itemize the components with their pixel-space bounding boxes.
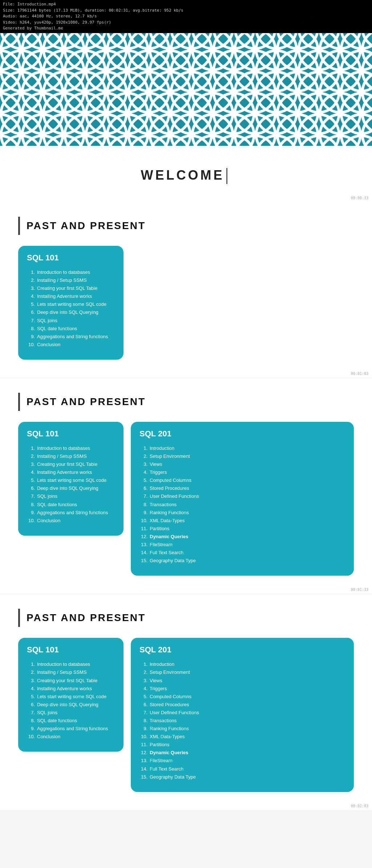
section-heading-bar-1: [18, 217, 20, 235]
section-block-2: PAST AND PRESENT SQL 101 1.Introduction …: [0, 378, 372, 594]
card-sql101-3: SQL 101 1.Introduction to databases 2.In…: [18, 638, 124, 752]
list-item: 14.Full Text Search: [140, 549, 345, 557]
list-item: 5.Lets start writing some SQL code: [27, 476, 115, 484]
card-title-sql101-2: SQL 101: [27, 429, 115, 439]
list-item: 9.Ranking Functions: [140, 725, 345, 733]
section-block-1: PAST AND PRESENT SQL 101 1.Introduction …: [0, 202, 372, 378]
card-title-sql201-2: SQL 201: [140, 645, 345, 655]
list-item: 3.Creating your first SQL Table: [27, 460, 115, 468]
list-item: 2.Installing / Setup SSMS: [27, 452, 115, 460]
list-item: 10.XML Data-Types: [140, 733, 345, 741]
list-item: 10.Conclusion: [27, 341, 115, 349]
cards-row-1: SQL 101 1.Introduction to databases 2.In…: [18, 246, 354, 360]
card-title-sql101-1: SQL 101: [27, 253, 115, 263]
list-item: 15.Geography Data Type: [140, 773, 345, 781]
section-heading-text-2: PAST AND PRESENT: [27, 396, 146, 408]
list-item: 5.Lets start writing some SQL code: [27, 300, 115, 308]
list-item: 4.Triggers: [140, 685, 345, 693]
card-title-sql101-3: SQL 101: [27, 645, 115, 655]
section-heading-text-1: PAST AND PRESENT: [27, 220, 146, 232]
section-heading-bar-2: [18, 393, 20, 411]
card-list-sql201-1: 1.Introduction 2.Setup Environment 3.Vie…: [140, 444, 345, 565]
cards-row-3: SQL 101 1.Introduction to databases 2.In…: [18, 638, 354, 792]
welcome-section: WELCOME 00:00:33: [0, 146, 372, 202]
list-item: 7.SQL joins: [27, 492, 115, 500]
section-heading-2: PAST AND PRESENT: [18, 393, 354, 411]
card-sql101-2: SQL 101 1.Introduction to databases 2.In…: [18, 422, 124, 536]
list-item: 14.Full Text Search: [140, 765, 345, 773]
list-item: 8.Transactions: [140, 501, 345, 509]
list-item: 6.Stored Procedures: [140, 484, 345, 492]
section-heading-text-3: PAST AND PRESENT: [27, 612, 146, 624]
header-pattern: [0, 33, 372, 146]
list-item: 4.Installing Adventure works: [27, 685, 115, 693]
timestamp-3: 00:01:33: [351, 588, 368, 592]
list-item: 8.Transactions: [140, 717, 345, 725]
list-item: 7.User Defined Functions: [140, 492, 345, 500]
list-item: 13.FileStream: [140, 541, 345, 549]
list-item: 1.Introduction: [140, 660, 345, 668]
card-sql201-1: SQL 201 1.Introduction 2.Setup Environme…: [131, 422, 354, 576]
svg-rect-10: [0, 33, 372, 146]
file-info-line2: Size: 17961144 bytes (17.13 MiB), durati…: [3, 8, 369, 14]
list-item: 8.SQL date functions: [27, 717, 115, 725]
file-info-line3: Audio: aac, 44100 Hz, stereo, 12.7 kb/s: [3, 13, 369, 20]
list-item: 7.User Defined Functions: [140, 709, 345, 717]
section-heading-3: PAST AND PRESENT: [18, 609, 354, 627]
list-item: 9.Aggregations and String functions: [27, 725, 115, 733]
list-item: 10.Conclusion: [27, 733, 115, 741]
list-item: 4.Triggers: [140, 468, 345, 476]
section-block-3: PAST AND PRESENT SQL 101 1.Introduction …: [0, 594, 372, 810]
list-item: 9.Aggregations and String functions: [27, 333, 115, 341]
list-item: 6.Deep dive into SQL Querying: [27, 701, 115, 709]
welcome-title: WELCOME: [141, 168, 231, 184]
list-item: 4.Installing Adventure works: [27, 292, 115, 300]
card-list-sql201-2: 1.Introduction 2.Setup Environment 3.Vie…: [140, 660, 345, 781]
timestamp-4: 00:02:03: [351, 804, 368, 808]
list-item: 2.Installing / Setup SSMS: [27, 668, 115, 676]
file-info-line5: Generated by Thumbnail.me: [3, 25, 369, 32]
list-item: 2.Installing / Setup SSMS: [27, 276, 115, 284]
list-item: 4.Installing Adventure works: [27, 468, 115, 476]
list-item: 5.Computed Columns: [140, 693, 345, 701]
file-info-bar: File: Introduction.mp4 Size: 17961144 by…: [0, 0, 372, 33]
list-item: 11.Partitions: [140, 741, 345, 749]
list-item: 12.Dynamic Queries: [140, 533, 345, 541]
list-item: 9.Ranking Functions: [140, 509, 345, 517]
card-title-sql201-1: SQL 201: [140, 429, 345, 439]
section-heading-bar-3: [18, 609, 20, 627]
list-item: 12.Dynamic Queries: [140, 749, 345, 757]
list-item: 6.Deep dive into SQL Querying: [27, 308, 115, 316]
card-sql201-2: SQL 201 1.Introduction 2.Setup Environme…: [131, 638, 354, 792]
list-item: 10.Conclusion: [27, 517, 115, 525]
card-sql101-1: SQL 101 1.Introduction to databases 2.In…: [18, 246, 124, 360]
list-item: 9.Aggregations and String functions: [27, 509, 115, 517]
list-item: 15.Geography Data Type: [140, 557, 345, 565]
card-list-sql101-3: 1.Introduction to databases 2.Installing…: [27, 660, 115, 741]
timestamp-1: 00:00:33: [351, 196, 368, 200]
list-item: 8.SQL date functions: [27, 325, 115, 333]
list-item: 2.Setup Environment: [140, 452, 345, 460]
section-heading-1: PAST AND PRESENT: [18, 217, 354, 235]
list-item: 7.SQL joins: [27, 317, 115, 325]
list-item: 1.Introduction: [140, 444, 345, 452]
list-item: 3.Views: [140, 677, 345, 685]
list-item: 7.SQL joins: [27, 709, 115, 717]
card-list-sql101-1: 1.Introduction to databases 2.Installing…: [27, 268, 115, 349]
list-item: 10.XML Data-Types: [140, 517, 345, 525]
file-info-line4: Video: h264, yuv420p, 1920x1080, 29.97 f…: [3, 20, 369, 26]
list-item: 6.Deep dive into SQL Querying: [27, 484, 115, 492]
list-item: 13.FileStream: [140, 757, 345, 765]
cards-row-2: SQL 101 1.Introduction to databases 2.In…: [18, 422, 354, 576]
timestamp-2: 00:01:03: [351, 372, 368, 376]
list-item: 11.Partitions: [140, 525, 345, 533]
file-info-line1: File: Introduction.mp4: [3, 1, 369, 8]
list-item: 6.Stored Procedures: [140, 701, 345, 709]
list-item: 3.Creating your first SQL Table: [27, 677, 115, 685]
list-item: 5.Lets start writing some SQL code: [27, 693, 115, 701]
list-item: 1.Introduction to databases: [27, 660, 115, 668]
list-item: 8.SQL date functions: [27, 501, 115, 509]
card-list-sql101-2: 1.Introduction to databases 2.Installing…: [27, 444, 115, 525]
list-item: 5.Computed Columns: [140, 476, 345, 484]
list-item: 3.Creating your first SQL Table: [27, 284, 115, 292]
